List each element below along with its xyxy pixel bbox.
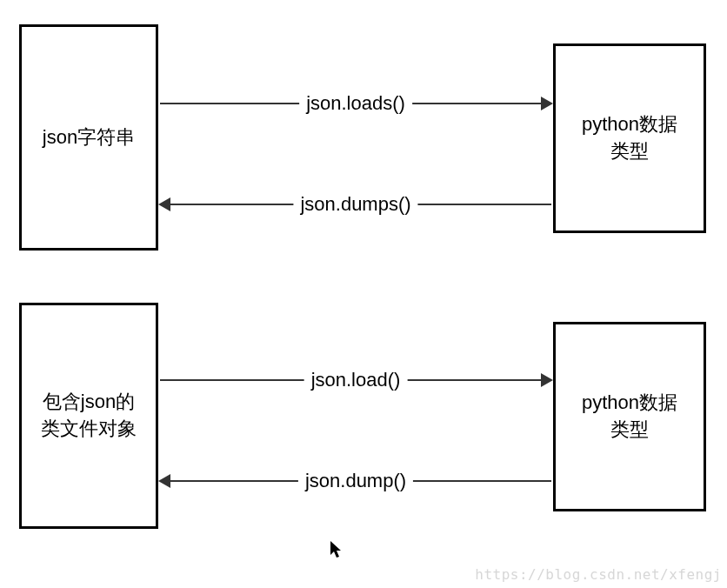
python-type-label-1: python数据 类型 [582, 111, 677, 165]
watermark-text: https://blog.csdn.net/xfengj [475, 566, 722, 583]
load-arrow: json.load() [160, 379, 551, 381]
json-string-label: json字符串 [43, 124, 135, 151]
dumps-label: json.dumps() [293, 193, 417, 216]
dump-label: json.dump() [298, 470, 413, 492]
dump-arrow: json.dump() [160, 480, 551, 482]
loads-arrow: json.loads() [160, 103, 551, 104]
loads-label: json.loads() [299, 92, 412, 115]
dumps-arrow: json.dumps() [160, 204, 551, 205]
json-string-box: json字符串 [19, 24, 158, 251]
cursor-icon [330, 541, 344, 563]
load-label: json.load() [304, 369, 408, 391]
python-type-label-2: python数据 类型 [582, 390, 677, 444]
python-type-box-2: python数据 类型 [553, 322, 706, 511]
json-file-label: 包含json的 类文件对象 [41, 389, 137, 443]
python-type-box-1: python数据 类型 [553, 43, 706, 233]
json-file-box: 包含json的 类文件对象 [19, 303, 158, 529]
